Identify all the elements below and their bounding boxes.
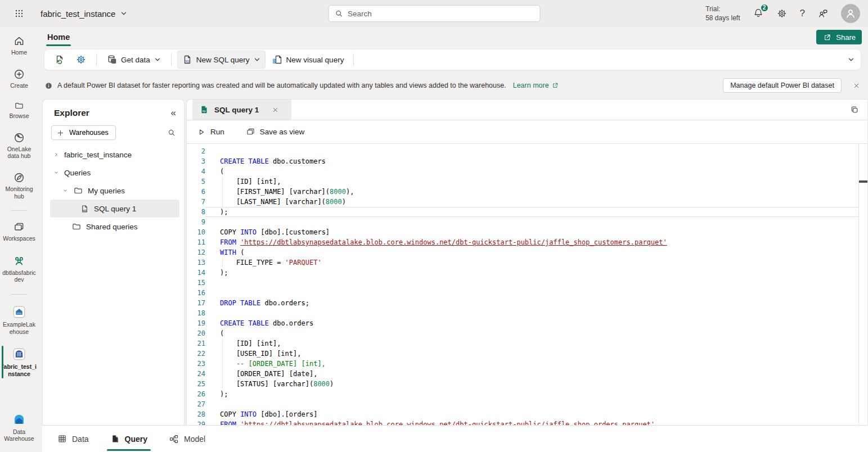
- code-line[interactable]: 12WITH (: [187, 247, 867, 257]
- new-visual-query-button[interactable]: New visual query: [268, 51, 348, 68]
- code-line[interactable]: 20(: [187, 328, 867, 338]
- code-line[interactable]: 28COPY INTO [dbo].[orders]: [187, 409, 867, 419]
- learn-more-link[interactable]: Learn more: [513, 82, 559, 89]
- code-line[interactable]: 23 -- [ORDER_DATE] [int],: [187, 359, 867, 369]
- code-line[interactable]: 15: [187, 278, 867, 288]
- play-icon: [197, 128, 206, 137]
- rail-item-monitoring-hub[interactable]: Monitoring hub: [1, 169, 38, 202]
- code-line[interactable]: 16: [187, 288, 867, 298]
- line-content: FROM 'https://dbtlabsynapsedatalake.blob…: [205, 419, 859, 425]
- tab-home[interactable]: Home: [46, 30, 71, 44]
- database-icon: [106, 54, 118, 65]
- rail-item-workspaces[interactable]: Workspaces: [1, 219, 38, 245]
- rail-item-fabric-test-instance[interactable]: fabric_test_instance: [1, 345, 38, 379]
- code-line[interactable]: 24 [ORDER_DATE] [date],: [187, 369, 867, 379]
- code-line[interactable]: 26);: [187, 389, 867, 399]
- rail-item-browse[interactable]: Browse: [1, 98, 38, 122]
- tree-item-shared-queries[interactable]: Shared queries: [43, 218, 184, 236]
- tab-sql-query-1[interactable]: SQL SQL query 1: [192, 100, 291, 120]
- rail-item-dbtlabsfabricdev[interactable]: dbtlabsfabricdev: [1, 252, 38, 286]
- tab-query[interactable]: Query: [109, 431, 149, 447]
- editor-overview-ruler[interactable]: [858, 144, 859, 425]
- line-content: );: [205, 268, 859, 278]
- view-switcher-bar: Data Query Model: [42, 425, 868, 452]
- tab-model[interactable]: Model: [168, 431, 206, 448]
- explorer-search-icon[interactable]: [167, 128, 176, 137]
- rail-item-create[interactable]: Create: [1, 66, 38, 92]
- rail-item-label: dbtlabsfabricdev: [2, 269, 37, 283]
- banner-close-icon[interactable]: [853, 82, 860, 89]
- line-content: [LAST_NAME] [varchar](8000): [205, 197, 859, 207]
- run-button[interactable]: Run: [194, 125, 228, 139]
- search-input[interactable]: Search: [328, 5, 540, 22]
- save-as-view-button[interactable]: Save as view: [242, 124, 308, 139]
- rail-item-onelake-data-hub[interactable]: OneLake data hub: [1, 129, 38, 162]
- code-line[interactable]: 18: [187, 308, 867, 318]
- code-line[interactable]: 8);: [187, 207, 867, 217]
- code-editor[interactable]: 23CREATE TABLE dbo.customers4(5 [ID] [in…: [187, 144, 867, 425]
- code-line[interactable]: 6 [FIRST_NAME] [varchar](8000),: [187, 187, 867, 197]
- chevron-down-icon: [53, 169, 60, 176]
- tab-close-icon[interactable]: [272, 106, 279, 114]
- sql-file-icon: SQL: [80, 204, 89, 214]
- line-content: COPY INTO [dbo].[customers]: [205, 227, 859, 237]
- avatar[interactable]: [841, 4, 860, 23]
- code-line[interactable]: 27: [187, 399, 867, 409]
- tree-item-sql-query-1[interactable]: SQL SQL query 1: [50, 200, 179, 218]
- code-line[interactable]: 25 [STATUS] [varchar](8000): [187, 379, 867, 389]
- tree-item-queries[interactable]: Queries: [43, 164, 184, 182]
- code-line[interactable]: 21 [ID] [int],: [187, 338, 867, 349]
- dataset-info-banner: A default Power BI dataset for faster re…: [38, 72, 868, 99]
- code-line[interactable]: 7 [LAST_NAME] [varchar](8000): [187, 197, 867, 207]
- plus-icon: [56, 129, 65, 137]
- code-line[interactable]: 17DROP TABLE dbo.orders;: [187, 298, 867, 308]
- svg-text:SQL: SQL: [185, 60, 191, 63]
- code-line[interactable]: 13 FILE_TYPE = 'PARQUET': [187, 257, 867, 268]
- help-icon[interactable]: ?: [800, 8, 805, 19]
- line-content: [FIRST_NAME] [varchar](8000),: [205, 187, 859, 197]
- code-line[interactable]: 29FROM 'https://dbtlabsynapsedatalake.bl…: [187, 419, 867, 425]
- code-line[interactable]: 9: [187, 217, 867, 227]
- code-line[interactable]: 3CREATE TABLE dbo.customers: [187, 156, 867, 166]
- line-content: [205, 288, 859, 298]
- copy-icon[interactable]: [850, 105, 860, 115]
- rail-item-examplelakehouse[interactable]: ExampleLakehouse: [1, 302, 38, 337]
- code-line[interactable]: 14);: [187, 268, 867, 278]
- line-number: 25: [187, 379, 205, 389]
- add-warehouses-button[interactable]: Warehouses: [51, 125, 116, 140]
- code-line[interactable]: 11FROM 'https://dbtlabsynapsedatalake.bl…: [187, 237, 867, 247]
- line-content: (: [205, 328, 859, 338]
- code-line[interactable]: 5 [ID] [int],: [187, 177, 867, 187]
- refresh-script-button[interactable]: [50, 51, 69, 68]
- query-editor-panel: SQL SQL query 1 Run Save as view: [186, 99, 868, 425]
- lakehouse-icon: [12, 305, 26, 319]
- code-line[interactable]: 22 [USER_ID] [int],: [187, 349, 867, 359]
- tab-data[interactable]: Data: [56, 431, 90, 447]
- scroll-position-mark: [859, 180, 867, 183]
- settings-gear-icon[interactable]: [776, 8, 788, 19]
- code-line[interactable]: 10COPY INTO [dbo].[customers]: [187, 227, 867, 237]
- get-data-button[interactable]: Get data: [102, 51, 165, 68]
- line-content: [ID] [int],: [205, 177, 859, 187]
- manage-dataset-button[interactable]: Manage default Power BI dataset: [723, 78, 842, 93]
- code-line[interactable]: 4(: [187, 166, 867, 177]
- ribbon-collapse-icon[interactable]: [847, 56, 855, 64]
- tree-item-my-queries[interactable]: My queries: [43, 182, 184, 200]
- new-sql-query-button[interactable]: SQL New SQL query: [177, 51, 266, 69]
- line-number: 29: [187, 419, 205, 425]
- code-line[interactable]: 2: [187, 146, 867, 156]
- query-doc-icon: [110, 434, 120, 444]
- code-line[interactable]: 19CREATE TABLE dbo.orders: [187, 318, 867, 328]
- rail-item-home[interactable]: Home: [1, 33, 38, 58]
- warehouse-settings-button[interactable]: [71, 51, 91, 68]
- tree-item-fabric-test-instance[interactable]: fabric_test_instance: [43, 146, 184, 164]
- share-button[interactable]: Share: [816, 30, 862, 44]
- waffle-menu-icon[interactable]: [14, 8, 25, 19]
- line-number: 14: [187, 268, 205, 278]
- collapse-panel-icon[interactable]: «: [171, 107, 176, 119]
- feedback-icon[interactable]: [817, 8, 829, 19]
- notifications-button[interactable]: 2: [753, 7, 764, 20]
- rail-item-data-warehouse[interactable]: Data Warehouse: [1, 410, 38, 445]
- workspace-switcher[interactable]: fabric_test_instance: [41, 9, 128, 19]
- line-number: 8: [187, 207, 205, 217]
